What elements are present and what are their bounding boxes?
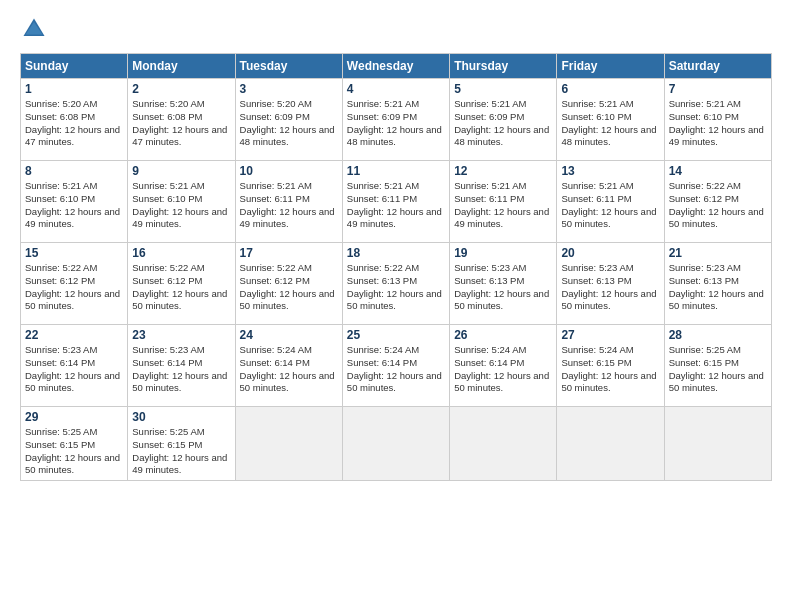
- day-info: Sunrise: 5:25 AMSunset: 6:15 PMDaylight:…: [25, 426, 123, 477]
- calendar-week-3: 15Sunrise: 5:22 AMSunset: 6:12 PMDayligh…: [21, 243, 772, 325]
- day-number: 24: [240, 328, 338, 342]
- day-info: Sunrise: 5:21 AMSunset: 6:09 PMDaylight:…: [454, 98, 552, 149]
- calendar-cell: 18Sunrise: 5:22 AMSunset: 6:13 PMDayligh…: [342, 243, 449, 325]
- calendar: SundayMondayTuesdayWednesdayThursdayFrid…: [20, 53, 772, 481]
- day-number: 25: [347, 328, 445, 342]
- calendar-cell: 23Sunrise: 5:23 AMSunset: 6:14 PMDayligh…: [128, 325, 235, 407]
- day-info: Sunrise: 5:23 AMSunset: 6:14 PMDaylight:…: [25, 344, 123, 395]
- day-number: 17: [240, 246, 338, 260]
- calendar-cell: 7Sunrise: 5:21 AMSunset: 6:10 PMDaylight…: [664, 79, 771, 161]
- day-info: Sunrise: 5:22 AMSunset: 6:12 PMDaylight:…: [132, 262, 230, 313]
- calendar-header-sunday: Sunday: [21, 54, 128, 79]
- calendar-cell: 16Sunrise: 5:22 AMSunset: 6:12 PMDayligh…: [128, 243, 235, 325]
- calendar-cell: 10Sunrise: 5:21 AMSunset: 6:11 PMDayligh…: [235, 161, 342, 243]
- calendar-cell: 13Sunrise: 5:21 AMSunset: 6:11 PMDayligh…: [557, 161, 664, 243]
- calendar-cell: 1Sunrise: 5:20 AMSunset: 6:08 PMDaylight…: [21, 79, 128, 161]
- day-number: 2: [132, 82, 230, 96]
- day-number: 30: [132, 410, 230, 424]
- day-number: 26: [454, 328, 552, 342]
- day-number: 5: [454, 82, 552, 96]
- calendar-cell: 2Sunrise: 5:20 AMSunset: 6:08 PMDaylight…: [128, 79, 235, 161]
- day-info: Sunrise: 5:21 AMSunset: 6:10 PMDaylight:…: [25, 180, 123, 231]
- calendar-cell: 3Sunrise: 5:20 AMSunset: 6:09 PMDaylight…: [235, 79, 342, 161]
- day-number: 7: [669, 82, 767, 96]
- day-info: Sunrise: 5:23 AMSunset: 6:14 PMDaylight:…: [132, 344, 230, 395]
- calendar-week-5: 29Sunrise: 5:25 AMSunset: 6:15 PMDayligh…: [21, 407, 772, 481]
- day-number: 19: [454, 246, 552, 260]
- calendar-cell: 14Sunrise: 5:22 AMSunset: 6:12 PMDayligh…: [664, 161, 771, 243]
- calendar-header-wednesday: Wednesday: [342, 54, 449, 79]
- day-info: Sunrise: 5:24 AMSunset: 6:14 PMDaylight:…: [454, 344, 552, 395]
- day-info: Sunrise: 5:23 AMSunset: 6:13 PMDaylight:…: [561, 262, 659, 313]
- day-info: Sunrise: 5:20 AMSunset: 6:08 PMDaylight:…: [25, 98, 123, 149]
- day-number: 13: [561, 164, 659, 178]
- day-number: 15: [25, 246, 123, 260]
- calendar-cell: 11Sunrise: 5:21 AMSunset: 6:11 PMDayligh…: [342, 161, 449, 243]
- calendar-cell: 26Sunrise: 5:24 AMSunset: 6:14 PMDayligh…: [450, 325, 557, 407]
- day-number: 8: [25, 164, 123, 178]
- day-number: 20: [561, 246, 659, 260]
- calendar-cell: 20Sunrise: 5:23 AMSunset: 6:13 PMDayligh…: [557, 243, 664, 325]
- page: SundayMondayTuesdayWednesdayThursdayFrid…: [0, 0, 792, 612]
- calendar-cell: 24Sunrise: 5:24 AMSunset: 6:14 PMDayligh…: [235, 325, 342, 407]
- calendar-cell: [557, 407, 664, 481]
- calendar-cell: [664, 407, 771, 481]
- day-info: Sunrise: 5:25 AMSunset: 6:15 PMDaylight:…: [132, 426, 230, 477]
- day-number: 9: [132, 164, 230, 178]
- day-number: 29: [25, 410, 123, 424]
- day-info: Sunrise: 5:21 AMSunset: 6:11 PMDaylight:…: [240, 180, 338, 231]
- day-number: 14: [669, 164, 767, 178]
- day-info: Sunrise: 5:21 AMSunset: 6:11 PMDaylight:…: [347, 180, 445, 231]
- calendar-cell: 30Sunrise: 5:25 AMSunset: 6:15 PMDayligh…: [128, 407, 235, 481]
- day-info: Sunrise: 5:23 AMSunset: 6:13 PMDaylight:…: [454, 262, 552, 313]
- calendar-cell: [235, 407, 342, 481]
- day-info: Sunrise: 5:21 AMSunset: 6:10 PMDaylight:…: [561, 98, 659, 149]
- day-number: 23: [132, 328, 230, 342]
- calendar-header-thursday: Thursday: [450, 54, 557, 79]
- calendar-cell: 29Sunrise: 5:25 AMSunset: 6:15 PMDayligh…: [21, 407, 128, 481]
- calendar-cell: 5Sunrise: 5:21 AMSunset: 6:09 PMDaylight…: [450, 79, 557, 161]
- day-number: 22: [25, 328, 123, 342]
- calendar-cell: 19Sunrise: 5:23 AMSunset: 6:13 PMDayligh…: [450, 243, 557, 325]
- day-number: 28: [669, 328, 767, 342]
- day-info: Sunrise: 5:24 AMSunset: 6:15 PMDaylight:…: [561, 344, 659, 395]
- day-number: 11: [347, 164, 445, 178]
- calendar-cell: 25Sunrise: 5:24 AMSunset: 6:14 PMDayligh…: [342, 325, 449, 407]
- calendar-cell: 9Sunrise: 5:21 AMSunset: 6:10 PMDaylight…: [128, 161, 235, 243]
- day-info: Sunrise: 5:21 AMSunset: 6:10 PMDaylight:…: [132, 180, 230, 231]
- day-number: 27: [561, 328, 659, 342]
- day-number: 1: [25, 82, 123, 96]
- day-number: 4: [347, 82, 445, 96]
- day-info: Sunrise: 5:20 AMSunset: 6:09 PMDaylight:…: [240, 98, 338, 149]
- day-number: 18: [347, 246, 445, 260]
- day-info: Sunrise: 5:25 AMSunset: 6:15 PMDaylight:…: [669, 344, 767, 395]
- calendar-header-row: SundayMondayTuesdayWednesdayThursdayFrid…: [21, 54, 772, 79]
- logo-icon: [20, 15, 48, 43]
- day-info: Sunrise: 5:24 AMSunset: 6:14 PMDaylight:…: [240, 344, 338, 395]
- calendar-week-4: 22Sunrise: 5:23 AMSunset: 6:14 PMDayligh…: [21, 325, 772, 407]
- calendar-cell: [342, 407, 449, 481]
- day-info: Sunrise: 5:22 AMSunset: 6:12 PMDaylight:…: [25, 262, 123, 313]
- day-info: Sunrise: 5:22 AMSunset: 6:12 PMDaylight:…: [240, 262, 338, 313]
- calendar-cell: 12Sunrise: 5:21 AMSunset: 6:11 PMDayligh…: [450, 161, 557, 243]
- header: [20, 15, 772, 43]
- calendar-header-tuesday: Tuesday: [235, 54, 342, 79]
- day-info: Sunrise: 5:21 AMSunset: 6:10 PMDaylight:…: [669, 98, 767, 149]
- day-info: Sunrise: 5:20 AMSunset: 6:08 PMDaylight:…: [132, 98, 230, 149]
- day-number: 10: [240, 164, 338, 178]
- calendar-cell: 28Sunrise: 5:25 AMSunset: 6:15 PMDayligh…: [664, 325, 771, 407]
- day-info: Sunrise: 5:21 AMSunset: 6:09 PMDaylight:…: [347, 98, 445, 149]
- calendar-cell: 22Sunrise: 5:23 AMSunset: 6:14 PMDayligh…: [21, 325, 128, 407]
- day-info: Sunrise: 5:21 AMSunset: 6:11 PMDaylight:…: [561, 180, 659, 231]
- day-number: 21: [669, 246, 767, 260]
- day-info: Sunrise: 5:24 AMSunset: 6:14 PMDaylight:…: [347, 344, 445, 395]
- day-number: 12: [454, 164, 552, 178]
- day-info: Sunrise: 5:22 AMSunset: 6:12 PMDaylight:…: [669, 180, 767, 231]
- calendar-cell: 17Sunrise: 5:22 AMSunset: 6:12 PMDayligh…: [235, 243, 342, 325]
- logo: [20, 15, 52, 43]
- calendar-cell: 21Sunrise: 5:23 AMSunset: 6:13 PMDayligh…: [664, 243, 771, 325]
- calendar-week-2: 8Sunrise: 5:21 AMSunset: 6:10 PMDaylight…: [21, 161, 772, 243]
- calendar-cell: [450, 407, 557, 481]
- calendar-cell: 27Sunrise: 5:24 AMSunset: 6:15 PMDayligh…: [557, 325, 664, 407]
- calendar-cell: 6Sunrise: 5:21 AMSunset: 6:10 PMDaylight…: [557, 79, 664, 161]
